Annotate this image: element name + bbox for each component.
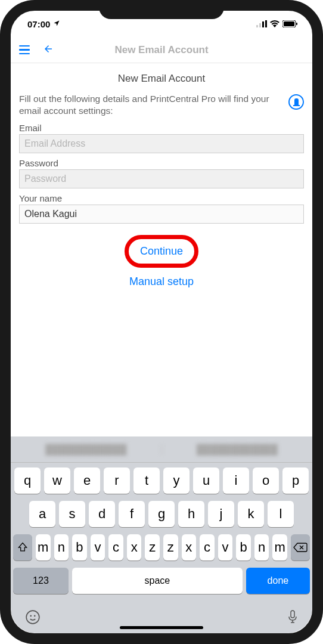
key-j[interactable]: j	[208, 501, 234, 527]
key-s[interactable]: s	[59, 501, 85, 527]
done-key[interactable]: done	[246, 568, 310, 594]
key-c[interactable]: c	[108, 534, 123, 561]
page-title: New Email Account	[19, 73, 304, 85]
key-g[interactable]: g	[148, 501, 175, 527]
name-label: Your name	[19, 193, 304, 203]
key-n[interactable]: n	[54, 534, 69, 561]
key-m[interactable]: m	[272, 534, 287, 561]
svg-rect-10	[291, 611, 294, 618]
key-e[interactable]: e	[74, 467, 100, 494]
svg-rect-6	[296, 23, 297, 25]
key-v[interactable]: v	[91, 534, 105, 561]
key-b[interactable]: b	[236, 534, 251, 561]
svg-rect-1	[259, 23, 261, 27]
nav-bar: New Email Account	[11, 37, 312, 63]
status-bar: 07:00	[11, 11, 312, 37]
battery-icon	[282, 19, 298, 29]
key-x[interactable]: x	[182, 534, 197, 561]
svg-point-8	[30, 615, 32, 617]
keyboard-suggestion[interactable]: ████████████	[162, 444, 313, 455]
key-x[interactable]: x	[127, 534, 142, 561]
key-z[interactable]: z	[145, 534, 160, 561]
nav-title: New Email Account	[114, 44, 208, 56]
page-description: Fill out the following details and Print…	[19, 93, 282, 117]
svg-rect-0	[256, 25, 258, 27]
svg-point-7	[26, 611, 39, 624]
key-o[interactable]: o	[253, 467, 279, 494]
location-arrow-icon	[53, 20, 60, 29]
svg-rect-5	[284, 21, 294, 26]
email-field[interactable]	[19, 134, 304, 153]
dictation-icon[interactable]	[287, 609, 298, 628]
key-r[interactable]: r	[104, 467, 130, 494]
emoji-icon[interactable]	[25, 609, 41, 628]
onepassword-icon[interactable]	[288, 94, 304, 110]
manual-setup-button[interactable]: Manual setup	[129, 275, 194, 288]
svg-rect-2	[262, 21, 264, 27]
wifi-icon	[270, 19, 279, 29]
key-k[interactable]: k	[238, 501, 264, 527]
numeric-key[interactable]: 123	[13, 568, 69, 594]
key-c[interactable]: c	[200, 534, 215, 561]
keyboard-suggestion[interactable]: ████████████	[11, 444, 162, 455]
svg-rect-3	[265, 20, 267, 27]
key-b[interactable]: b	[72, 534, 87, 561]
password-field[interactable]	[19, 169, 304, 188]
name-field[interactable]	[19, 205, 304, 224]
key-a[interactable]: a	[29, 501, 55, 527]
keyboard: ████████████ ████████████ qwertyuiop asd…	[11, 436, 312, 633]
back-button[interactable]	[43, 44, 54, 57]
key-n[interactable]: n	[254, 534, 269, 561]
backspace-key[interactable]	[291, 534, 310, 561]
key-v[interactable]: v	[218, 534, 233, 561]
cellular-signal-icon	[256, 19, 267, 29]
svg-point-9	[34, 615, 36, 617]
password-label: Password	[19, 158, 304, 168]
email-label: Email	[19, 123, 304, 133]
space-key[interactable]: space	[72, 568, 243, 594]
key-h[interactable]: h	[178, 501, 204, 527]
key-l[interactable]: l	[268, 501, 294, 527]
key-i[interactable]: i	[223, 467, 249, 494]
menu-icon[interactable]	[19, 45, 30, 55]
key-p[interactable]: p	[282, 467, 309, 494]
key-w[interactable]: w	[44, 467, 70, 494]
continue-button[interactable]: Continue	[128, 240, 195, 262]
key-f[interactable]: f	[119, 501, 145, 527]
key-d[interactable]: d	[89, 501, 115, 527]
home-indicator[interactable]	[120, 626, 203, 629]
key-z[interactable]: z	[163, 534, 178, 561]
key-t[interactable]: t	[133, 467, 160, 494]
key-u[interactable]: u	[193, 467, 219, 494]
key-y[interactable]: y	[163, 467, 190, 494]
key-q[interactable]: q	[14, 467, 41, 494]
shift-key[interactable]	[13, 534, 32, 561]
status-time: 07:00	[27, 19, 50, 29]
key-m[interactable]: m	[36, 534, 51, 561]
